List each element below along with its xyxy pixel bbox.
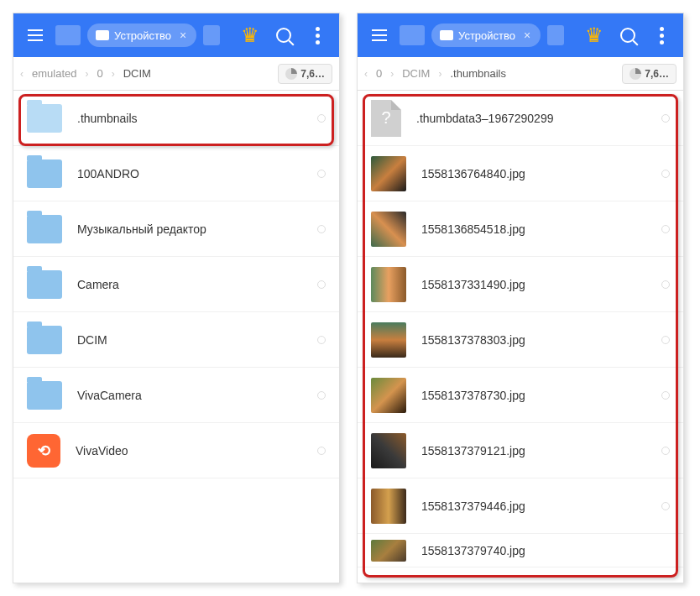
select-check[interactable] xyxy=(661,170,670,178)
chevron-right-icon: › xyxy=(438,68,441,80)
close-tab-button[interactable]: × xyxy=(176,29,190,42)
file-item[interactable]: 1558137379446.jpg xyxy=(358,478,683,534)
select-check[interactable] xyxy=(661,502,670,510)
menu-button[interactable] xyxy=(366,22,393,49)
select-check[interactable] xyxy=(317,280,326,289)
file-item[interactable]: 1558136764840.jpg xyxy=(358,146,683,201)
file-name: Музыкальный редактор xyxy=(77,222,302,236)
hamburger-icon xyxy=(28,29,43,41)
vivavideo-icon: ⟲ xyxy=(27,434,60,468)
select-check[interactable] xyxy=(661,280,670,289)
file-item[interactable]: 100ANDRO xyxy=(13,146,339,201)
image-thumbnail xyxy=(371,489,406,524)
tab-label: Устройство xyxy=(458,29,515,42)
file-name: VivaVideo xyxy=(76,444,302,457)
file-name: 1558137379740.jpg xyxy=(421,544,670,557)
select-check[interactable] xyxy=(317,225,326,233)
premium-button[interactable]: ♛ xyxy=(581,22,608,49)
more-icon xyxy=(660,27,664,44)
file-item[interactable]: 1558136854518.jpg xyxy=(358,201,683,257)
file-item[interactable]: VivaCamera xyxy=(13,368,339,423)
breadcrumb-item[interactable]: 0 xyxy=(97,67,102,80)
file-item[interactable]: 1558137379121.jpg xyxy=(358,423,683,478)
file-name: 1558137331490.jpg xyxy=(421,278,646,291)
file-name: VivaCamera xyxy=(77,389,302,402)
faded-tab[interactable] xyxy=(203,25,220,45)
file-name: .thumbnails xyxy=(77,112,302,125)
select-check[interactable] xyxy=(317,391,326,400)
faded-tab[interactable] xyxy=(547,25,564,45)
more-button[interactable] xyxy=(304,22,331,49)
folder-icon xyxy=(27,381,62,410)
active-tab[interactable]: Устройство × xyxy=(431,24,541,47)
file-item[interactable]: .thumbnails xyxy=(13,91,339,146)
select-check[interactable] xyxy=(661,447,670,455)
header: Устройство × ♛ xyxy=(358,13,683,57)
storage-badge[interactable]: 7,6… xyxy=(622,64,676,84)
select-check[interactable] xyxy=(661,114,670,123)
select-check[interactable] xyxy=(661,336,670,344)
breadcrumb-item[interactable]: .thumbnails xyxy=(450,67,505,80)
file-item[interactable]: ? .thumbdata3–1967290299 xyxy=(358,91,683,146)
crown-icon: ♛ xyxy=(585,24,603,47)
file-name: 1558137378303.jpg xyxy=(421,333,646,347)
select-check[interactable] xyxy=(317,114,326,123)
crown-icon: ♛ xyxy=(241,24,259,47)
select-check[interactable] xyxy=(317,447,326,455)
file-name: 1558137379446.jpg xyxy=(421,499,646,513)
file-name: 1558136854518.jpg xyxy=(421,222,646,236)
file-item[interactable]: ⟲ VivaVideo xyxy=(13,423,339,478)
folder-icon xyxy=(27,104,62,133)
chevron-left-icon[interactable]: ‹ xyxy=(20,68,24,80)
storage-value: 7,6… xyxy=(300,68,325,80)
file-item[interactable]: 1558137379740.jpg xyxy=(358,534,683,567)
header: Устройство × ♛ xyxy=(13,13,339,57)
chevron-right-icon: › xyxy=(390,68,394,80)
file-item[interactable]: Camera xyxy=(13,257,339,312)
more-button[interactable] xyxy=(648,22,675,49)
file-item[interactable]: DCIM xyxy=(13,312,339,368)
file-name: 1558137378730.jpg xyxy=(421,389,646,402)
breadcrumb-item[interactable]: emulated xyxy=(32,67,76,80)
menu-button[interactable] xyxy=(22,22,49,49)
search-button[interactable] xyxy=(270,22,297,49)
storage-badge[interactable]: 7,6… xyxy=(278,64,332,84)
breadcrumb-item[interactable]: 0 xyxy=(376,67,382,80)
breadcrumb-item[interactable]: DCIM xyxy=(402,67,430,80)
close-tab-button[interactable]: × xyxy=(520,29,534,42)
file-item[interactable]: 1558137331490.jpg xyxy=(358,257,683,312)
image-thumbnail xyxy=(371,322,406,358)
file-name: 100ANDRO xyxy=(77,167,302,180)
search-icon xyxy=(620,28,635,43)
file-name: 1558136764840.jpg xyxy=(421,167,646,180)
folder-icon xyxy=(27,215,62,243)
file-list[interactable]: ? .thumbdata3–1967290299 1558136764840.j… xyxy=(358,91,683,583)
right-screenshot: Устройство × ♛ ‹ 0 › DCIM › .thumbnails … xyxy=(357,13,684,583)
faded-tab[interactable] xyxy=(55,25,81,45)
folder-icon xyxy=(27,159,62,188)
breadcrumb-item[interactable]: DCIM xyxy=(123,67,151,80)
chevron-right-icon: › xyxy=(85,68,88,80)
search-button[interactable] xyxy=(614,22,641,49)
folder-icon xyxy=(27,270,62,299)
file-item[interactable]: 1558137378730.jpg xyxy=(358,368,683,423)
chevron-left-icon[interactable]: ‹ xyxy=(364,68,368,80)
active-tab[interactable]: Устройство × xyxy=(87,24,196,47)
more-icon xyxy=(316,27,320,44)
select-check[interactable] xyxy=(661,391,670,400)
breadcrumb: ‹ emulated › 0 › DCIM 7,6… xyxy=(13,57,339,91)
select-check[interactable] xyxy=(317,170,326,178)
faded-tab[interactable] xyxy=(400,25,425,45)
select-check[interactable] xyxy=(661,225,670,233)
file-list[interactable]: .thumbnails 100ANDRO Музыкальный редакто… xyxy=(13,91,339,583)
storage-value: 7,6… xyxy=(645,68,669,80)
premium-button[interactable]: ♛ xyxy=(237,22,264,49)
select-check[interactable] xyxy=(317,336,326,344)
tab-label: Устройство xyxy=(114,29,171,42)
file-item[interactable]: Музыкальный редактор xyxy=(13,201,339,257)
image-thumbnail xyxy=(371,156,406,191)
search-icon xyxy=(276,28,291,43)
file-item[interactable]: 1558137378303.jpg xyxy=(358,312,683,368)
device-icon xyxy=(96,30,109,40)
file-name: .thumbdata3–1967290299 xyxy=(416,112,646,125)
